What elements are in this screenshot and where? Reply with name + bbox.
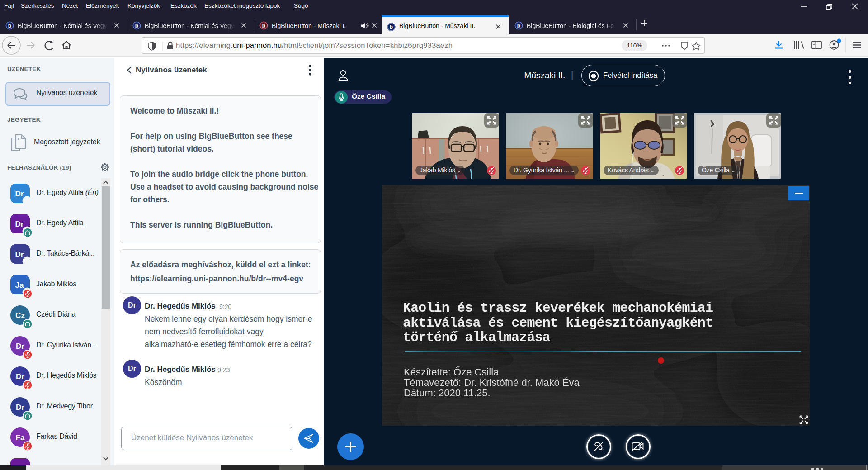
svg-text:Dr: Dr xyxy=(15,190,24,198)
svg-text:Dátum: 2020.11.25.: Dátum: 2020.11.25. xyxy=(404,387,491,399)
svg-text:b: b xyxy=(517,23,520,29)
svg-text:b: b xyxy=(8,23,11,29)
svg-text:Dr: Dr xyxy=(16,372,24,381)
svg-text:Dr: Dr xyxy=(15,220,24,228)
svg-text:történő alkalmazása: történő alkalmazása xyxy=(403,330,551,345)
svg-text:b: b xyxy=(135,23,138,29)
svg-text:Ja: Ja xyxy=(15,281,24,290)
svg-text:Kaolin és trassz keverékek mec: Kaolin és trassz keverékek mechanokémiai xyxy=(403,300,713,316)
svg-text:Dr: Dr xyxy=(16,342,24,351)
svg-text:b: b xyxy=(262,23,265,29)
svg-text:aktiválása és cement kiegészít: aktiválása és cement kiegészítőanyagként xyxy=(403,315,713,331)
svg-text:Témavezető: Dr. Kristófné dr.: Témavezető: Dr. Kristófné dr. Makó Éva xyxy=(404,377,580,388)
svg-text:Fa: Fa xyxy=(16,433,25,442)
svg-text:Készítette: Őze Csilla: Készítette: Őze Csilla xyxy=(404,366,499,378)
svg-text:Dr: Dr xyxy=(16,403,24,412)
svg-text:b: b xyxy=(390,24,393,30)
svg-text:Dr: Dr xyxy=(15,250,24,259)
svg-text:Cz: Cz xyxy=(15,311,25,320)
